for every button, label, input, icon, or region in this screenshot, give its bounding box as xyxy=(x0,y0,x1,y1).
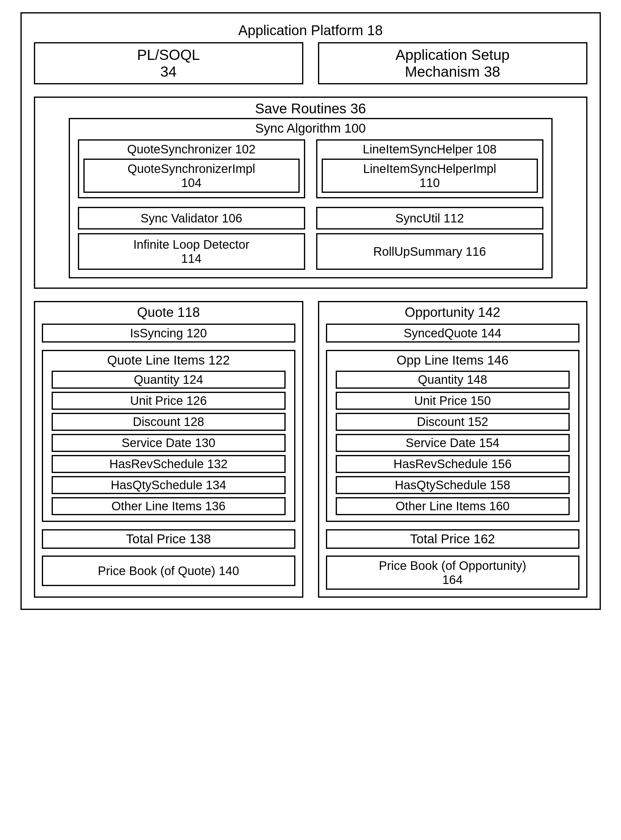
opp-total-price-field: Total Price 162 xyxy=(326,529,579,549)
quote-line-items-title: Quote Line Items 122 xyxy=(51,353,286,368)
opp-line-items-box: Opp Line Items 146 Quantity 148 Unit Pri… xyxy=(326,350,579,522)
quote-service-date-field: Service Date 130 xyxy=(51,434,286,452)
opp-pricebook-field: Price Book (of Opportunity) 164 xyxy=(326,555,579,590)
app-setup-box: Application Setup Mechanism 38 xyxy=(318,42,588,84)
opp-hasqtyschedule-field: HasQtySchedule 158 xyxy=(336,476,570,494)
lineitem-sync-helper-impl-box: LineItemSyncHelperImpl 110 xyxy=(322,159,538,193)
infinite-loop-detector-box: Infinite Loop Detector 114 xyxy=(78,233,305,270)
quote-total-price-field: Total Price 138 xyxy=(42,529,295,549)
app-setup-label-1: Application Setup xyxy=(323,47,583,63)
qs-impl-label-1: QuoteSynchronizerImpl xyxy=(87,162,296,176)
opp-hasrevschedule-field: HasRevSchedule 156 xyxy=(336,455,570,473)
quote-pricebook-field: Price Book (of Quote) 140 xyxy=(42,555,295,586)
lish-impl-label-2: 110 xyxy=(325,176,534,190)
lish-impl-label-1: LineItemSyncHelperImpl xyxy=(325,162,534,176)
quote-synchronizer-impl-box: QuoteSynchronizerImpl 104 xyxy=(83,159,300,193)
loop-detector-label-1: Infinite Loop Detector xyxy=(133,237,249,252)
opportunity-title: Opportunity 142 xyxy=(326,305,579,320)
application-platform-box: Application Platform 18 PL/SOQL 34 Appli… xyxy=(20,12,601,610)
sync-algorithm-box: Sync Algorithm 100 QuoteSynchronizer 102… xyxy=(69,118,553,278)
sync-validator-box: Sync Validator 106 xyxy=(78,207,305,229)
quote-discount-field: Discount 128 xyxy=(51,413,286,431)
quote-issyncing-field: IsSyncing 120 xyxy=(42,324,295,343)
quote-hasrevschedule-field: HasRevSchedule 132 xyxy=(51,455,286,473)
sync-algorithm-title: Sync Algorithm 100 xyxy=(78,121,544,136)
opportunity-syncedquote-field: SyncedQuote 144 xyxy=(326,324,579,343)
quote-synchronizer-title: QuoteSynchronizer 102 xyxy=(83,143,300,156)
quote-unit-price-field: Unit Price 126 xyxy=(51,392,286,410)
opp-unit-price-field: Unit Price 150 xyxy=(336,392,570,410)
quote-synchronizer-box: QuoteSynchronizer 102 QuoteSynchronizerI… xyxy=(78,139,305,198)
lineitem-sync-helper-box: LineItemSyncHelper 108 LineItemSyncHelpe… xyxy=(316,139,544,198)
opp-quantity-field: Quantity 148 xyxy=(336,371,570,389)
quote-box: Quote 118 IsSyncing 120 Quote Line Items… xyxy=(34,301,303,598)
quote-line-items-box: Quote Line Items 122 Quantity 124 Unit P… xyxy=(42,350,295,522)
opp-service-date-field: Service Date 154 xyxy=(336,434,570,452)
app-setup-label-2: Mechanism 38 xyxy=(323,63,583,80)
plsoql-box: PL/SOQL 34 xyxy=(34,42,303,84)
opp-pricebook-label-1: Price Book (of Opportunity) xyxy=(379,559,526,573)
loop-detector-label-2: 114 xyxy=(133,252,249,265)
save-routines-box: Save Routines 36 Sync Algorithm 100 Quot… xyxy=(34,97,588,289)
quote-other-line-items-field: Other Line Items 136 xyxy=(51,497,286,515)
quote-title: Quote 118 xyxy=(42,305,295,320)
plsoql-label-2: 34 xyxy=(39,63,298,80)
opportunity-box: Opportunity 142 SyncedQuote 144 Opp Line… xyxy=(318,301,588,598)
platform-title: Application Platform 18 xyxy=(34,22,588,38)
plsoql-label-1: PL/SOQL xyxy=(39,47,298,63)
rollup-summary-box: RollUpSummary 116 xyxy=(316,233,544,270)
opp-pricebook-label-2: 164 xyxy=(379,573,526,587)
quote-quantity-field: Quantity 124 xyxy=(51,371,286,389)
syncutil-box: SyncUtil 112 xyxy=(316,207,544,229)
opp-line-items-title: Opp Line Items 146 xyxy=(336,353,570,368)
opp-discount-field: Discount 152 xyxy=(336,413,570,431)
opp-other-line-items-field: Other Line Items 160 xyxy=(336,497,570,515)
save-routines-title: Save Routines 36 xyxy=(69,100,553,117)
qs-impl-label-2: 104 xyxy=(87,176,296,190)
quote-hasqtyschedule-field: HasQtySchedule 134 xyxy=(51,476,286,494)
lineitem-sync-helper-title: LineItemSyncHelper 108 xyxy=(322,143,538,156)
